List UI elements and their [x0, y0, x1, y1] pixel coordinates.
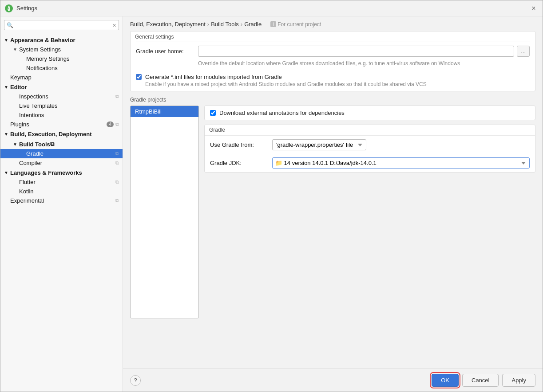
sidebar-item-experimental[interactable]: Experimental ⧉ [0, 196, 123, 205]
settings-window: Settings × 🔍 Gradle ✕ ▼ Appearance & Beh… [0, 0, 543, 392]
bottom-actions: OK Cancel Apply [432, 374, 535, 387]
gradle-section-title: Gradle [205, 125, 535, 135]
sidebar-item-label: Kotlin [19, 188, 119, 195]
cancel-button[interactable]: Cancel [462, 374, 499, 387]
sidebar-item-label: Plugins [10, 121, 107, 128]
gradle-projects-layout: RtmpBiBili Download external annotations… [130, 106, 535, 318]
sidebar-item-label: Memory Settings [26, 55, 119, 62]
sidebar-item-label: Live Templates [19, 102, 119, 109]
download-annotations-checkbox[interactable] [210, 110, 216, 116]
copy-icon: ⧉ [115, 94, 119, 99]
gradle-section: Gradle Use Gradle from: 'gradle-wrapper.… [204, 125, 535, 172]
general-settings-section: General settings Gradle user home: C:\Us… [130, 31, 535, 91]
breadcrumb: Build, Execution, Deployment › Build Too… [123, 16, 543, 31]
gradle-user-home-label: Gradle user home: [136, 48, 194, 55]
main-content: 🔍 Gradle ✕ ▼ Appearance & Behavior ▼ Sys… [0, 16, 543, 392]
sidebar-item-plugins[interactable]: Plugins 4 ⧉ [0, 120, 123, 129]
gradle-jdk-select[interactable]: 📁 14 version 14.0.1 D:/Java/jdk-14.0.1 [272, 157, 530, 169]
title-bar: Settings × [0, 0, 543, 16]
project-list-item[interactable]: RtmpBiBili [131, 106, 198, 117]
sidebar-item-label: Editor [10, 84, 27, 90]
sidebar-item-editor[interactable]: ▼ Editor [0, 82, 123, 92]
bottom-bar: ? OK Cancel Apply [123, 368, 543, 392]
generate-iml-row: Generate *.iml files for modules importe… [131, 70, 535, 91]
search-clear-button[interactable]: ✕ [112, 22, 116, 28]
gradle-user-home-input-wrap: C:\Users\27531\.gradle ... [198, 46, 530, 57]
right-panel: Build, Execution, Deployment › Build Too… [123, 16, 543, 392]
chevron-down-icon: ▼ [4, 85, 10, 90]
generate-iml-hint: Enable if you have a mixed project with … [145, 81, 427, 87]
sidebar-item-flutter[interactable]: Flutter ⧉ [0, 177, 123, 187]
search-icon: 🔍 [7, 22, 13, 28]
download-annotations-section: Download external annotations for depend… [204, 106, 535, 120]
sidebar-item-build-tools[interactable]: ▼ Build Tools ⧉ [0, 139, 123, 149]
sidebar-item-label: Appearance & Behavior [10, 37, 75, 43]
use-gradle-from-select[interactable]: 'gradle-wrapper.properties' file Specifi… [272, 139, 366, 150]
sidebar-item-label: Flutter [19, 179, 115, 185]
gradle-user-home-input[interactable]: C:\Users\27531\.gradle [198, 46, 514, 57]
sidebar-item-label: Intentions [19, 112, 119, 118]
info-icon: i [270, 21, 276, 27]
sidebar-item-system-settings[interactable]: ▼ System Settings [0, 45, 123, 54]
sidebar-item-build-execution-deployment[interactable]: ▼ Build, Execution, Deployment [0, 129, 123, 139]
sidebar-item-keymap[interactable]: Keymap [0, 73, 123, 82]
breadcrumb-sep1: › [207, 21, 209, 27]
sidebar-item-label: Inspections [19, 93, 115, 100]
sidebar-item-memory-settings[interactable]: Memory Settings [0, 54, 123, 63]
sidebar-tree: ▼ Appearance & Behavior ▼ System Setting… [0, 33, 123, 392]
sidebar-item-notifications[interactable]: Notifications [0, 63, 123, 73]
sidebar-item-kotlin[interactable]: Kotlin [0, 187, 123, 196]
sidebar-item-label: Compiler [19, 160, 115, 166]
copy-icon: ⧉ [115, 151, 119, 157]
ok-button[interactable]: OK [432, 374, 459, 387]
sidebar-item-appearance-behavior[interactable]: ▼ Appearance & Behavior [0, 35, 123, 45]
sidebar-item-gradle[interactable]: Gradle ⧉ [0, 149, 123, 158]
generate-iml-label: Generate *.iml files for modules importe… [145, 74, 282, 80]
search-bar: 🔍 Gradle ✕ [0, 16, 123, 33]
apply-button[interactable]: Apply [502, 374, 535, 387]
gradle-jdk-row: Gradle JDK: 📁 14 version 14.0.1 D:/Java/… [205, 154, 535, 172]
breadcrumb-part2: Build Tools [211, 21, 239, 27]
download-annotations-label: Download external annotations for depend… [219, 110, 345, 116]
sidebar-item-label: Gradle [26, 150, 115, 157]
sidebar-item-live-templates[interactable]: Live Templates [0, 101, 123, 110]
use-gradle-from-label: Use Gradle from: [210, 141, 268, 148]
svg-text:i: i [273, 22, 274, 27]
gradle-projects-section: Gradle projects RtmpBiBili [130, 97, 535, 318]
browse-button[interactable]: ... [517, 46, 530, 57]
close-button[interactable]: × [529, 4, 538, 13]
copy-icon: ⧉ [50, 141, 54, 148]
projects-list: RtmpBiBili [130, 106, 199, 318]
download-annotations-row: Download external annotations for depend… [205, 106, 535, 120]
copy-icon: ⧉ [115, 198, 119, 204]
breadcrumb-current: Gradle [244, 21, 262, 27]
sidebar-item-compiler[interactable]: Compiler ⧉ [0, 158, 123, 168]
copy-icon: ⧉ [115, 160, 119, 166]
generate-iml-checkbox[interactable] [136, 74, 142, 80]
sidebar-item-label: Build Tools [19, 141, 50, 148]
sidebar-item-intentions[interactable]: Intentions [0, 110, 123, 120]
sidebar-item-label: Languages & Frameworks [10, 169, 82, 176]
chevron-down-icon: ▼ [13, 47, 19, 52]
window-title: Settings [16, 5, 529, 12]
svg-point-1 [8, 6, 10, 7]
gradle-user-home-row: Gradle user home: C:\Users\27531\.gradle… [131, 42, 535, 60]
search-input[interactable]: Gradle [4, 20, 119, 30]
chevron-down-icon: ▼ [4, 38, 10, 43]
app-icon [5, 4, 13, 12]
sidebar: 🔍 Gradle ✕ ▼ Appearance & Behavior ▼ Sys… [0, 16, 123, 392]
sidebar-item-languages-frameworks[interactable]: ▼ Languages & Frameworks [0, 168, 123, 177]
generate-iml-label-wrap: Generate *.iml files for modules importe… [145, 74, 427, 87]
sidebar-item-label: Experimental [10, 197, 115, 204]
help-button[interactable]: ? [130, 375, 141, 386]
gradle-options: Download external annotations for depend… [204, 106, 535, 318]
sidebar-item-inspections[interactable]: Inspections ⧉ [0, 92, 123, 101]
breadcrumb-part1: Build, Execution, Deployment [130, 21, 206, 27]
gradle-jdk-label: Gradle JDK: [210, 160, 268, 166]
copy-icon: ⧉ [115, 122, 119, 127]
plugins-badge: 4 [107, 122, 114, 127]
chevron-down-icon: ▼ [4, 132, 10, 137]
for-current-project: i For current project [270, 21, 321, 27]
sidebar-item-label: System Settings [19, 46, 119, 53]
sidebar-item-label: Notifications [26, 65, 119, 71]
